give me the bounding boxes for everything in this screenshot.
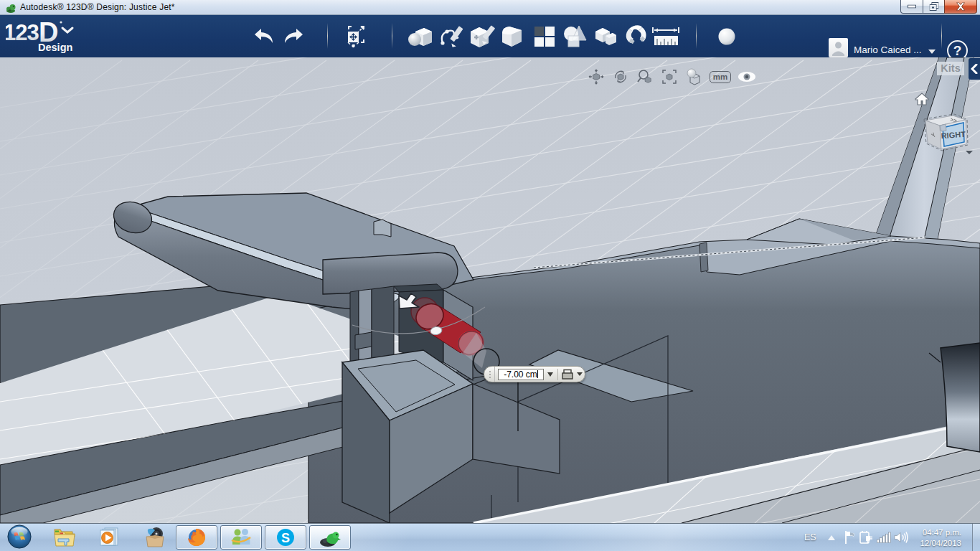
- taskbar-skype[interactable]: S: [265, 525, 306, 550]
- restore-button[interactable]: [923, 0, 944, 14]
- user-dropdown-icon[interactable]: [928, 50, 936, 54]
- undo-button[interactable]: [249, 22, 278, 52]
- viewcube-widget[interactable]: RIGHT >> >·: [910, 90, 980, 156]
- taskbar-123d-design[interactable]: [309, 525, 351, 550]
- show-hidden-icons[interactable]: [825, 534, 838, 542]
- 123d-design-icon: [318, 527, 342, 548]
- viewcube[interactable]: RIGHT >> >·: [924, 114, 968, 151]
- ruler-icon: [651, 26, 680, 47]
- app-icon: [5, 2, 17, 14]
- split-tool-button[interactable]: [591, 22, 620, 52]
- media-player-icon: [99, 527, 121, 548]
- game-box-icon: [143, 527, 166, 548]
- svg-text:S: S: [281, 531, 290, 545]
- combine-icon: [562, 24, 588, 49]
- measure-tool-button[interactable]: [651, 22, 680, 52]
- viewcube-menu-arrow[interactable]: [966, 151, 973, 154]
- display-settings-tool[interactable]: [684, 67, 703, 86]
- app-logo[interactable]: 123 D Design: [6, 17, 113, 57]
- material-sphere-icon: [717, 27, 736, 46]
- 3d-scene[interactable]: [0, 57, 980, 523]
- modify-tool-button[interactable]: [499, 22, 527, 52]
- window-title: Autodesk® 123D® Design: Justice Jet*: [20, 2, 175, 12]
- volume-icon[interactable]: [894, 531, 910, 544]
- material-tool-button[interactable]: [712, 22, 741, 52]
- sketch-tool-button[interactable]: [438, 22, 466, 52]
- visibility-tool[interactable]: [738, 67, 756, 86]
- firefox-icon: [186, 527, 207, 548]
- user-name[interactable]: Mario Caiced ...: [854, 44, 922, 55]
- power-plug-icon[interactable]: [859, 530, 874, 545]
- logo-design: Design: [38, 42, 72, 53]
- toolbar-separator: [696, 23, 697, 49]
- toolbar-separator: [327, 23, 328, 49]
- kits-panel-toggle[interactable]: [969, 58, 980, 80]
- dimension-input-widget: -7.00 cm: [484, 366, 585, 382]
- primitives-tool-button[interactable]: [406, 22, 435, 52]
- close-button[interactable]: [944, 0, 977, 14]
- primitives-icon: [407, 25, 434, 48]
- zoom-tool[interactable]: [636, 67, 654, 86]
- windows-explorer-icon: [53, 527, 76, 547]
- chevron-left-icon: [971, 64, 978, 74]
- taskbar-media-player[interactable]: [94, 525, 126, 550]
- user-avatar[interactable]: [829, 38, 848, 57]
- toolbar-separator: [392, 23, 392, 49]
- pattern-icon: [533, 25, 556, 48]
- clock-date: 12/04/2013: [911, 538, 961, 549]
- widget-separator: [557, 369, 558, 380]
- dimension-dropdown-icon[interactable]: [547, 372, 553, 377]
- units-button[interactable]: mm: [709, 67, 732, 86]
- action-center-flag-icon[interactable]: [844, 530, 856, 545]
- taskbar-windows-explorer[interactable]: [49, 525, 80, 550]
- snap-tool-button[interactable]: [622, 22, 651, 52]
- main-toolbar: 123 D Design: [0, 15, 980, 57]
- skype-icon: S: [275, 527, 296, 548]
- transform-icon: [345, 24, 369, 49]
- window-controls: [900, 0, 977, 14]
- transform-tool-button[interactable]: [343, 22, 372, 52]
- title-bar: Autodesk® 123D® Design: Justice Jet*: [0, 0, 980, 15]
- pattern-tool-button[interactable]: [530, 22, 559, 52]
- widget-drag-handle[interactable]: [484, 367, 495, 382]
- show-desktop-button[interactable]: [972, 524, 980, 551]
- logo-chevron-icon: [62, 28, 72, 32]
- dimension-input[interactable]: -7.00 cm: [498, 369, 544, 380]
- pan-tool[interactable]: [587, 67, 606, 86]
- toolbar-separator: [941, 23, 942, 49]
- windows-taskbar: S ES: [0, 523, 980, 551]
- network-signal-icon[interactable]: [877, 532, 891, 543]
- 3d-viewport[interactable]: mm Kits: [0, 57, 980, 523]
- application-window: Autodesk® 123D® Design: Justice Jet*: [0, 0, 980, 551]
- undo-icon: [251, 28, 275, 45]
- viewcube-front-label: RIGHT: [941, 130, 966, 140]
- text-caret: [537, 370, 538, 378]
- kits-panel-label: Kits: [937, 62, 964, 75]
- redo-button[interactable]: [280, 22, 308, 52]
- view-navigation-bar: mm: [587, 67, 756, 86]
- split-icon: [593, 24, 618, 49]
- combine-tool-button[interactable]: [561, 22, 590, 52]
- extrude-mode-icon[interactable]: [562, 369, 575, 380]
- home-icon[interactable]: [915, 93, 928, 105]
- taskbar-game-box[interactable]: [139, 525, 171, 550]
- modify-icon: [499, 24, 527, 49]
- taskbar-firefox[interactable]: [176, 525, 217, 550]
- language-indicator[interactable]: ES: [804, 532, 816, 542]
- magnet-icon: [623, 24, 649, 49]
- fit-tool[interactable]: [660, 67, 679, 86]
- minimize-button[interactable]: [900, 0, 923, 14]
- taskbar-messenger[interactable]: [220, 525, 262, 550]
- messenger-icon: [230, 527, 252, 547]
- redo-icon: [282, 28, 306, 45]
- extrude-dropdown-icon[interactable]: [577, 372, 583, 376]
- construct-icon: [468, 24, 496, 50]
- taskbar-clock[interactable]: 04:47 p.m. 12/04/2013: [911, 527, 961, 548]
- sketch-icon: [438, 24, 466, 49]
- orbit-tool[interactable]: [611, 67, 630, 86]
- logo-123d: 123: [6, 20, 39, 45]
- construct-tool-button[interactable]: [468, 22, 496, 52]
- start-button[interactable]: [6, 524, 33, 549]
- clock-time: 04:47 p.m.: [911, 527, 961, 538]
- units-label: mm: [710, 71, 731, 83]
